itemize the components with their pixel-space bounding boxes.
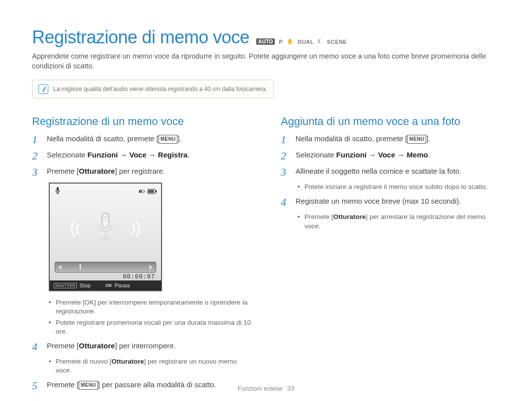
text-fragment: Selezionate <box>296 151 336 159</box>
step-number: 3 <box>281 166 290 178</box>
left-heading: Registrazione di un memo voce <box>32 115 251 128</box>
page-footer: Funzioni estese 33 <box>0 385 532 392</box>
step-number: 3 <box>32 166 41 178</box>
svg-rect-0 <box>57 187 59 191</box>
text-fragment: Premete [ <box>47 167 79 175</box>
text-fragment: ] per interrompere. <box>115 341 175 350</box>
shutter-label: Otturatore <box>111 358 144 365</box>
text-fragment: Premete [ <box>56 299 85 306</box>
text-fragment: ] per registrare. <box>115 167 165 175</box>
page-title: Registrazione di memo voce <box>32 27 249 48</box>
left-step-3: 3 Premete [Otturatore] per registrare. <box>32 166 251 178</box>
microphone-icon <box>94 212 117 244</box>
footer-page-number: 33 <box>287 385 294 392</box>
step-number: 1 <box>281 134 290 145</box>
step-body: Nella modalità di scatto, premete [MENU]… <box>47 134 182 144</box>
left-step-2: 2 Selezionate Funzioni → Voce → Registra… <box>32 150 251 161</box>
svg-rect-12 <box>102 213 109 228</box>
text-fragment: ]. <box>177 134 181 143</box>
mode-icons: AUTO P ✋ DUAL ☾ SCENE <box>256 38 347 45</box>
text-fragment: . <box>428 151 430 159</box>
menu-path: Funzioni → Voce → Memo <box>336 151 428 159</box>
shutter-label: Otturatore <box>79 341 115 350</box>
step-body: Allineate il soggetto nella cornice e sc… <box>296 166 462 176</box>
intro-paragraph: Apprendete come registrare un memo voce … <box>32 52 500 71</box>
text-fragment: ]. <box>426 134 430 143</box>
step-number: 2 <box>32 150 41 161</box>
svg-rect-6 <box>144 190 144 192</box>
step-number: 4 <box>281 196 290 208</box>
recording-time: 00:00:07 <box>50 273 161 280</box>
recording-progress-bar <box>55 262 156 273</box>
shutter-label: Otturatore <box>333 213 366 220</box>
text-fragment: . <box>188 151 190 159</box>
camera-screen-illustration: 00:00:07 SHUTTERStop OKPausa <box>49 183 251 291</box>
text-fragment: Premete [ <box>304 213 333 220</box>
svg-rect-8 <box>148 190 150 193</box>
right-step-4: 4 Registrate un memo voce breve (max 10 … <box>281 196 500 208</box>
step-number: 4 <box>32 341 41 352</box>
ok-badge: OK <box>105 283 112 288</box>
hand-icon: ✋ <box>287 38 294 45</box>
footer-section: Funzioni estese <box>237 385 282 392</box>
svg-rect-5 <box>141 190 142 192</box>
svg-rect-10 <box>152 190 154 193</box>
list-item: Premete [Otturatore] per arrestare la re… <box>298 213 500 230</box>
note-icon: ⅈ <box>38 84 48 94</box>
step-number: 2 <box>281 150 290 161</box>
right-step-2: 2 Selezionate Funzioni → Voce → Memo. <box>281 150 500 161</box>
right-step-3: 3 Allineate il soggetto nella cornice e … <box>281 166 500 178</box>
step-body: Registrate un memo voce breve (max 10 se… <box>296 196 461 206</box>
step-body: Selezionate Funzioni → Voce → Registra. <box>47 150 190 160</box>
step-number: 1 <box>32 134 41 145</box>
right-heading: Aggiunta di un memo voce a una foto <box>281 115 500 128</box>
ok-button-label: OK <box>85 299 95 306</box>
shutter-label: Otturatore <box>79 167 115 175</box>
note-box: ⅈ La migliore qualità dell'audio viene o… <box>32 80 274 98</box>
mode-auto-badge: AUTO <box>256 38 275 45</box>
sound-wave-icon <box>118 216 133 240</box>
right-column: Aggiunta di un memo voce a una foto 1 Ne… <box>281 115 500 396</box>
menu-button-label: MENU <box>159 135 178 144</box>
step-body: Premete [Otturatore] per interrompere. <box>47 341 176 351</box>
mode-p: P <box>279 39 283 45</box>
step-body: Selezionate Funzioni → Voce → Memo. <box>296 150 430 160</box>
text-fragment: Nella modalità di scatto, premete [ <box>47 134 159 143</box>
note-text: La migliore qualità dell'audio viene ott… <box>53 86 267 93</box>
night-icon: ☾ <box>318 38 323 45</box>
text-fragment: Premete [ <box>47 341 79 350</box>
left-column: Registrazione di un memo voce 1 Nella mo… <box>32 115 251 396</box>
text-fragment: Premete di nuovo [ <box>56 358 111 365</box>
step-body: Nella modalità di scatto, premete [MENU]… <box>296 134 431 144</box>
list-item: Premete [OK] per interrompere temporanea… <box>49 298 251 316</box>
mic-icon <box>54 186 62 196</box>
right-step-1: 1 Nella modalità di scatto, premete [MEN… <box>281 134 500 145</box>
screen-bottom-bar: SHUTTERStop OKPausa <box>50 280 161 290</box>
menu-button-label: MENU <box>407 135 427 144</box>
menu-path: Funzioni → Voce → Registra <box>88 151 188 159</box>
mode-scene: SCENE <box>327 39 347 45</box>
mode-dual: DUAL <box>298 39 314 45</box>
text-fragment: Selezionate <box>47 151 88 159</box>
svg-rect-9 <box>150 190 152 193</box>
shutter-badge: SHUTTER <box>54 283 77 288</box>
svg-rect-11 <box>156 190 157 192</box>
list-item: Premete di nuovo [Otturatore] per regist… <box>49 357 251 375</box>
left-step-4: 4 Premete [Otturatore] per interrompere. <box>32 341 251 352</box>
sound-wave-icon <box>78 216 93 240</box>
text-fragment: Nella modalità di scatto, premete [ <box>296 134 407 143</box>
battery-icon <box>138 186 157 196</box>
list-item: Potete registrare promemoria vocali per … <box>49 318 251 336</box>
stop-label: Stop <box>79 282 91 288</box>
left-step-1: 1 Nella modalità di scatto, premete [MEN… <box>32 134 251 145</box>
list-item: Potete iniziare a registrare il memo voc… <box>298 183 500 191</box>
svg-rect-4 <box>139 190 140 192</box>
pause-label: Pausa <box>114 282 130 288</box>
step-body: Premete [Otturatore] per registrare. <box>47 166 165 176</box>
